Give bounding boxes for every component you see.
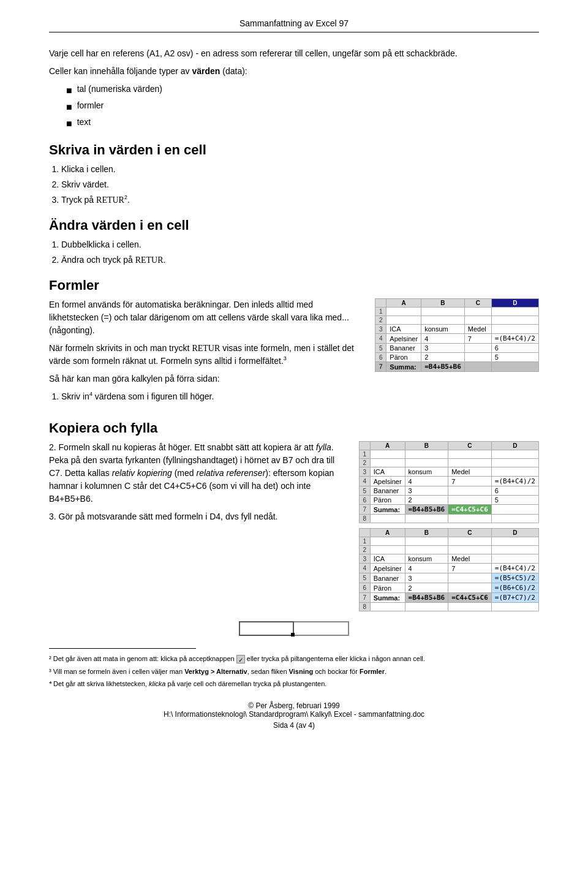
table-cell: =(B7+C7)/2	[491, 593, 538, 603]
table-cell: 7	[359, 505, 370, 515]
table-cell: 8	[359, 603, 370, 611]
list-item: Ändra och tryck på RETUR.	[61, 254, 539, 266]
page-header: Sammanfattning av Excel 97	[49, 18, 539, 32]
table-cell: 1	[359, 450, 370, 459]
table-cell	[448, 583, 492, 593]
table-cell: 5	[491, 496, 538, 505]
table-cell: 7	[448, 564, 492, 573]
table-cell	[405, 459, 448, 467]
table-cell	[491, 603, 538, 611]
table-cell	[491, 325, 538, 334]
list-item: Tryck på RETUR2.	[61, 194, 539, 206]
table-cell	[405, 515, 448, 523]
table-cell	[448, 537, 492, 546]
table-cell: 6	[491, 486, 538, 496]
table-cell	[491, 362, 538, 372]
table-cell: Medel	[464, 325, 491, 334]
table-cell	[448, 603, 492, 611]
accept-icon: ✓	[236, 655, 245, 663]
table-cell: D	[491, 299, 538, 308]
fill-handle-illustration	[49, 621, 539, 636]
table-cell	[464, 362, 491, 372]
table-cell: 7	[464, 334, 491, 344]
table-cell	[405, 537, 448, 546]
footnote-divider	[49, 648, 196, 649]
celler-intro: Celler kan innehålla följande typer av v…	[49, 65, 539, 78]
table-cell: A	[386, 299, 421, 308]
footer-author: © Per Åsberg, februari 1999	[49, 701, 539, 710]
formler-p2: När formeln skrivits in och man tryckt R…	[49, 342, 360, 368]
table-cell	[491, 316, 538, 325]
table-cell: =(B4+C4)/2	[491, 477, 538, 486]
table-cell: 6	[359, 496, 370, 505]
table-cell: D	[491, 442, 538, 450]
table-cell: ICA	[386, 325, 421, 334]
table-cell: 2	[405, 496, 448, 505]
bullet-icon: ■	[66, 100, 72, 115]
list-item: ■ formler	[66, 99, 539, 115]
table-cell: 4	[359, 564, 370, 573]
table-cell: Apelsiner	[370, 564, 405, 573]
kopiera-section: 2. Formeln skall nu kopieras åt höger. E…	[49, 441, 539, 611]
table-cell: 2	[421, 353, 465, 362]
andra-steps: Dubbelklicka i cellen. Ändra och tryck p…	[61, 238, 539, 266]
footer-path: H:\ Informationsteknologi\ Standardprogr…	[49, 710, 539, 719]
table-cell	[421, 316, 465, 325]
table-cell: 6	[375, 353, 386, 362]
bullet-icon: ■	[66, 83, 72, 98]
table-cell: 6	[491, 344, 538, 353]
salsa-steps: Skriv in4 värdena som i figuren till hög…	[61, 390, 360, 403]
formler-text: En formel används för automatiska beräkn…	[49, 298, 360, 409]
bullet-list: ■ tal (numeriska värden) ■ formler ■ tex…	[66, 83, 539, 131]
table-cell	[370, 603, 405, 611]
table-cell: 3	[421, 344, 465, 353]
andra-heading: Ändra värden i en cell	[49, 217, 539, 233]
table-cell	[448, 459, 492, 467]
table-cell: konsum	[421, 325, 465, 334]
table-cell: 2	[375, 316, 386, 325]
table-cell	[448, 450, 492, 459]
table-cell: C	[464, 299, 491, 308]
table-cell	[491, 546, 538, 554]
table-cell: ICA	[370, 467, 405, 477]
table-cell: 5	[359, 486, 370, 496]
table-cell: 2	[359, 546, 370, 554]
list-item: ■ text	[66, 116, 539, 131]
table-cell: 7	[359, 593, 370, 603]
table-cell: C	[448, 442, 492, 450]
table-cell	[491, 537, 538, 546]
table-cell: 4	[421, 334, 465, 344]
table-cell	[491, 450, 538, 459]
table-cell: Summa:	[386, 362, 421, 372]
table-cell: Päron	[370, 496, 405, 505]
table-cell	[370, 515, 405, 523]
table-cell: Medel	[448, 467, 492, 477]
table-cell: 8	[359, 515, 370, 523]
table-cell	[421, 308, 465, 316]
skriva-heading: Skriva in värden i en cell	[49, 142, 539, 158]
table-cell: 2	[405, 583, 448, 593]
table-cell	[491, 459, 538, 467]
table-cell: 6	[359, 583, 370, 593]
table-cell: 4	[375, 334, 386, 344]
table-cell: konsum	[405, 554, 448, 564]
table-cell: 1	[359, 537, 370, 546]
table-cell	[359, 442, 370, 450]
table-cell: C	[448, 529, 492, 537]
table-cell: 3	[405, 486, 448, 496]
table-cell: =B4+B5+B6	[405, 593, 448, 603]
table-cell	[405, 450, 448, 459]
table-cell: Apelsiner	[386, 334, 421, 344]
table-cell	[464, 353, 491, 362]
table-cell: =(B5+C5)/2	[491, 573, 538, 583]
footnote-4: ⁴ Det går att skriva likhetstecken, klic…	[49, 679, 539, 689]
table-cell: A	[370, 529, 405, 537]
kopiera-step3: 3. Gör på motsvarande sätt med formeln i…	[49, 510, 344, 523]
table-cell: 4	[405, 477, 448, 486]
table-cell: B	[405, 529, 448, 537]
table-cell	[370, 459, 405, 467]
table-cell	[491, 505, 538, 515]
table-cell	[359, 529, 370, 537]
page-footer: © Per Åsberg, februari 1999 H:\ Informat…	[49, 701, 539, 730]
table-cell: Bananer	[370, 573, 405, 583]
